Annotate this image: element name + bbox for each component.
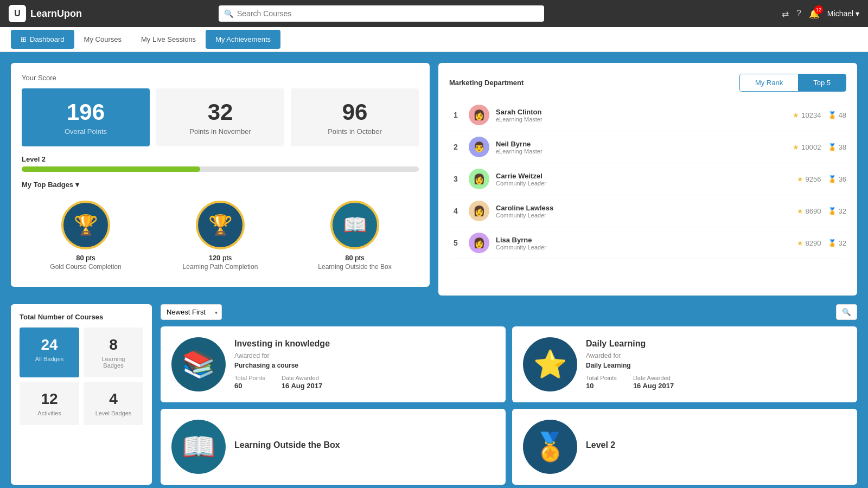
score-section: Your Score 196 Overal Points 32 Points i… [11,63,430,287]
lb-name-2: Neil Byrne [496,140,786,148]
leaderboard-header: Marketing Department My Rank Top 5 [449,74,846,92]
department-label[interactable]: Marketing Department [449,79,524,87]
trophy-icon-4: 🏅 [828,207,837,215]
level-label: Level 2 [22,155,419,163]
badge-item-1: 🏆 120 pts Learning Path Completion [156,195,284,276]
badge-pts-2: 80 pts [296,254,413,262]
score-cards: 196 Overal Points 32 Points in November … [22,88,419,146]
badge-name-2: Learning Outside the Box [296,263,413,271]
notifications-icon[interactable]: 🔔 12 [809,9,820,19]
dashboard-button[interactable]: ⊞ Dashboard [11,30,74,49]
october-points-value: 96 [302,99,408,125]
badge-card-awarded-daily: Daily Learning [586,362,674,369]
overall-points-label: Overal Points [33,127,139,136]
date-awarded-item: Date Awarded 16 Aug 2017 [282,375,322,390]
badge-item-0: 🏆 80 pts Gold Course Completion [22,195,150,276]
dashboard-icon: ⊞ [21,35,27,43]
badge-name-0: Gold Course Completion [27,263,144,271]
shuffle-icon[interactable]: ⇄ [782,9,789,19]
lb-badge-count-4: 32 [839,207,846,215]
star-icon-2: ★ [793,143,799,151]
lb-badge-count-2: 38 [839,143,846,151]
badge-pts-0: 80 pts [27,254,144,262]
lb-badge-count-3: 36 [839,175,846,183]
help-icon[interactable]: ? [796,9,801,18]
lb-stars-1: ★ 10234 [793,111,821,119]
badge-name-1: Learning Path Completion [162,263,279,271]
lb-name-5: Lisa Byrne [496,236,790,244]
lb-rank-5: 5 [449,239,462,247]
date-awarded-value-daily: 16 Aug 2017 [633,382,674,390]
lb-name-wrap-4: Caroline Lawless Community Leader [496,204,790,219]
search-input[interactable] [219,5,544,22]
lb-avatar-4: 👩 [469,201,489,221]
badge-card-icon-daily: ⭐ [523,337,577,391]
all-badges-value: 24 [28,336,71,354]
badge-card-pts-daily: Total Points 10 Date Awarded 16 Aug 2017 [586,375,674,390]
badge-icon-0: 🏆 [61,201,110,249]
october-points-label: Points in October [302,127,408,136]
date-awarded-label: Date Awarded [282,375,322,381]
badge-card-title-daily: Daily Learning [586,339,674,349]
stats-sidebar: Total Number of Courses 24 All Badges 8 … [11,304,152,485]
bottom-section: Total Number of Courses 24 All Badges 8 … [11,304,857,485]
lb-name-3: Carrie Weitzel [496,172,790,180]
lb-rank-3: 3 [449,175,462,183]
progress-bar [22,166,419,172]
learning-badges-card: 8 Learning Badges [84,328,143,377]
trophy-icon-2: 🏅 [828,143,837,151]
my-courses-link[interactable]: My Courses [74,30,131,49]
lb-title-3: Community Leader [496,180,790,187]
november-points-label: Points in November [167,127,273,136]
logo-text: LearnUpon [30,8,82,20]
badges-grid-section: Newest First ▾ 🔍 📚 Investing in knowledg… [161,304,857,485]
lb-avatar-3: 👩 [469,169,489,189]
achievements-link[interactable]: My Achievements [206,30,280,49]
lb-badge-count-1: 48 [839,111,846,119]
lb-points-5: 8290 [806,239,821,247]
leaderboard-row-5: 5 👩 Lisa Byrne Community Leader ★ 8290 🏅… [449,227,846,259]
activities-card: 12 Activities [20,382,79,425]
score-header: Your Score [22,74,419,82]
activities-label: Activities [28,410,71,416]
badge-card-info-outside: Learning Outside the Box [234,440,340,453]
badge-card-icon-knowledge: 📚 [171,337,226,391]
badge-card-knowledge: 📚 Investing in knowledge Awarded for Pur… [161,326,506,402]
lb-rank-4: 4 [449,207,462,215]
lb-title-5: Community Leader [496,244,790,251]
trophy-icon-5: 🏅 [828,239,837,247]
leaderboard-row-4: 4 👩 Caroline Lawless Community Leader ★ … [449,195,846,227]
level-badges-card: 4 Level Badges [84,382,143,425]
level-badges-value: 4 [92,390,135,408]
badge-card-daily: ⭐ Daily Learning Awarded for Daily Learn… [512,326,857,402]
all-badges-card: 24 All Badges [20,328,79,377]
lb-title-2: eLearning Master [496,148,786,155]
lb-name-wrap-5: Lisa Byrne Community Leader [496,236,790,251]
lb-badges-3: 🏅 36 [828,175,846,183]
lb-badge-count-5: 32 [839,239,846,247]
top5-tab[interactable]: Top 5 [798,74,846,91]
badge-item-2: 📖 80 pts Learning Outside the Box [291,195,419,276]
filter-select[interactable]: Newest First [161,304,222,320]
lb-stars-2: ★ 10002 [793,143,821,151]
search-bar: 🔍 [219,5,544,22]
stats-header: Total Number of Courses [20,313,143,321]
badge-cards-row-2: 📖 Learning Outside the Box 🏅 Level 2 [161,409,857,485]
leaderboard-row-2: 2 👨 Neil Byrne eLearning Master ★ 10002 … [449,131,846,163]
leaderboard-list: 1 👩 Sarah Clinton eLearning Master ★ 102… [449,99,846,259]
search-button[interactable]: 🔍 [836,304,857,320]
badge-card-level2: 🏅 Level 2 [512,409,857,485]
top-badges-row: 🏆 80 pts Gold Course Completion 🏆 120 pt… [22,195,419,276]
badge-card-info-daily: Daily Learning Awarded for Daily Learnin… [586,339,674,390]
my-rank-tab[interactable]: My Rank [740,74,798,91]
user-menu[interactable]: Michael ▾ [827,9,859,18]
lb-points-2: 10002 [801,143,821,151]
star-icon-3: ★ [797,175,803,183]
date-awarded-item-daily: Date Awarded 16 Aug 2017 [633,375,674,390]
badge-card-title-level2: Level 2 [586,440,615,450]
lb-stars-3: ★ 9256 [797,175,821,183]
trophy-icon-3: 🏅 [828,175,837,183]
lb-stars-4: ★ 8690 [797,207,821,215]
badge-icon-1: 🏆 [196,201,245,249]
live-sessions-link[interactable]: My Live Sessions [131,30,206,49]
